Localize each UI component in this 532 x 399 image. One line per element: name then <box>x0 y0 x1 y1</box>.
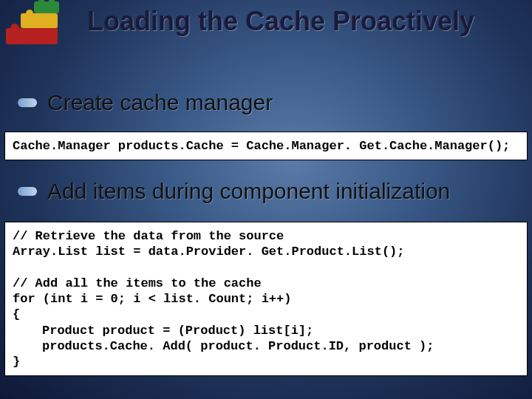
svg-point-6 <box>26 10 33 17</box>
logo-image <box>0 0 74 52</box>
bullet-text: Add items during component initializatio… <box>47 179 450 204</box>
code-line: } <box>13 355 20 369</box>
bullet-icon <box>18 98 37 107</box>
code-line: products.Cache. Add( product. Product.ID… <box>13 338 519 354</box>
bullet-text: Create cache manager <box>47 90 273 115</box>
bullet-icon <box>18 187 37 196</box>
svg-rect-9 <box>34 1 59 13</box>
code-block-2: // Retrieve the data from the source Arr… <box>4 222 528 376</box>
code-line: Product product = (Product) list[i]; <box>13 323 519 338</box>
code-line: // Retrieve the data from the source <box>13 229 284 243</box>
code-line: for (int i = 0; i < list. Count; i++) <box>13 292 291 306</box>
code-block-1: Cache.Manager products.Cache = Cache.Man… <box>4 132 528 160</box>
code-line: { <box>13 307 20 321</box>
slide-title: Loading the Cache Proactively <box>87 7 474 35</box>
svg-point-1 <box>10 24 19 33</box>
code-line: Array.List list = data.Provider. Get.Pro… <box>13 245 405 259</box>
bullet-item-2: Add items during component initializatio… <box>18 179 450 204</box>
code-line: // Add all the items to the cache <box>13 276 262 290</box>
bullet-item-1: Create cache manager <box>18 90 273 115</box>
